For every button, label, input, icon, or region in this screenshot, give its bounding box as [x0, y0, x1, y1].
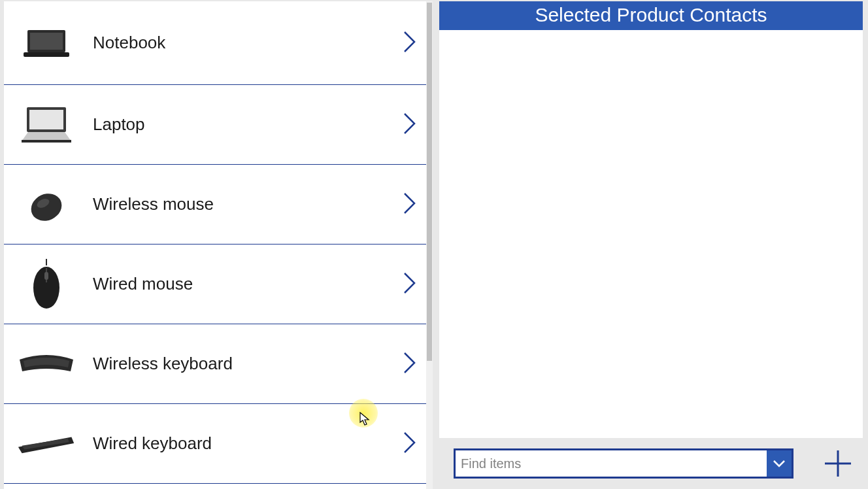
product-row-notebook[interactable]: Notebook: [4, 1, 427, 85]
product-label: Wired mouse: [93, 274, 403, 294]
svg-rect-6: [22, 140, 71, 143]
product-row-wired-mouse[interactable]: Wired mouse: [4, 244, 427, 324]
svg-rect-12: [44, 272, 48, 280]
product-row-wired-keyboard[interactable]: Wired keyboard: [4, 404, 427, 484]
chevron-right-icon: [403, 192, 417, 218]
chevron-down-icon: [772, 458, 786, 469]
contacts-header: Selected Product Contacts: [439, 1, 863, 30]
scrollbar-thumb[interactable]: [427, 3, 432, 361]
wired-keyboard-thumb-icon: [17, 421, 76, 467]
contacts-body-empty: [439, 30, 863, 438]
product-row-wireless-mouse[interactable]: Wireless mouse: [4, 165, 427, 244]
product-list: Notebook Laptop: [4, 1, 427, 489]
wireless-mouse-thumb-icon: [17, 182, 76, 228]
combobox-dropdown-button[interactable]: [767, 450, 792, 477]
chevron-right-icon: [403, 431, 417, 457]
wired-mouse-thumb-icon: [17, 261, 76, 307]
product-label: Wired keyboard: [93, 433, 403, 454]
chevron-right-icon: [403, 351, 417, 377]
plus-icon: [822, 448, 854, 479]
svg-marker-5: [22, 132, 71, 141]
products-panel: Notebook Laptop: [4, 1, 427, 489]
product-label: Laptop: [93, 114, 403, 135]
product-row-wireless-keyboard[interactable]: Wireless keyboard: [4, 324, 427, 404]
chevron-right-icon: [403, 112, 417, 138]
bottom-bar: [439, 438, 863, 489]
notebook-thumb-icon: [17, 20, 76, 66]
product-label: Notebook: [93, 33, 403, 53]
find-items-combobox[interactable]: [454, 448, 793, 479]
svg-rect-1: [30, 33, 63, 50]
product-label: Wireless mouse: [93, 194, 403, 214]
product-row-laptop[interactable]: Laptop: [4, 85, 427, 165]
svg-rect-4: [29, 110, 63, 129]
laptop-thumb-icon: [17, 102, 76, 148]
chevron-right-icon: [403, 271, 417, 297]
svg-point-7: [27, 188, 66, 224]
add-button[interactable]: [821, 447, 855, 481]
find-items-input[interactable]: [456, 450, 767, 477]
chevron-right-icon: [403, 30, 417, 56]
wireless-keyboard-thumb-icon: [17, 341, 76, 387]
svg-rect-2: [24, 52, 69, 57]
product-label: Wireless keyboard: [93, 354, 403, 374]
contacts-panel: Selected Product Contacts: [427, 0, 868, 489]
scrollbar[interactable]: [426, 1, 433, 489]
